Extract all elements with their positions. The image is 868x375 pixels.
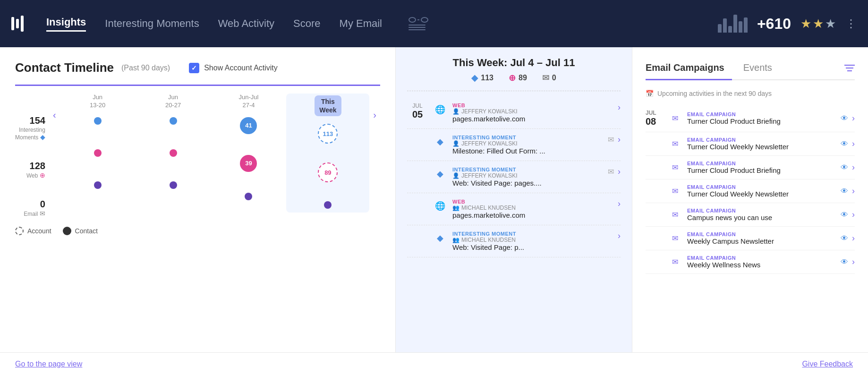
campaign-item: ✉ EMAIL CAMPAIGN Campus news you can use… [646,203,855,227]
campaign-content: EMAIL CAMPAIGN Turner Cloud Weekly Newsl… [687,184,835,198]
nav-more-button[interactable]: ⋮ [845,17,857,30]
tab-events[interactable]: Events [743,59,780,80]
moment-icon: ◆ [437,169,443,179]
stat-value-interesting: 113 [481,74,494,82]
campaign-tabs: Email Campaigns Events [646,59,855,80]
detail-header: This Week: Jul 4 – Jul 11 ◆ 113 ⊕ 89 ✉ 0 [407,57,621,83]
campaign-content: EMAIL CAMPAIGN Weekly Wellness News [687,255,835,269]
email-campaigns-panel: Email Campaigns Events 📅 Upcoming activi… [632,47,868,352]
campaign-actions: 👁 › [841,162,855,172]
web-icon: 🌐 [435,201,445,211]
activity-mail-icon[interactable]: ✉ [608,167,614,176]
detail-stat-interesting: ◆ 113 [471,73,494,83]
activity-day: 05 [407,109,428,120]
activity-actions: ✉ › [608,135,621,145]
nav-tab-insights[interactable]: Insights [46,16,86,32]
detail-stat-web: ⊕ 89 [509,73,527,83]
calendar-icon: 📅 [646,90,654,97]
activity-item: JUL 05 🌐 WEB 👤 JEFFERY KOWALSKI pages.ma… [407,97,621,129]
timeline-weeks: Jun13-20 Jun20-27 [60,94,370,213]
activity-type-icon: ◆ [434,135,447,147]
legend-account: Account [15,227,51,235]
campaign-actions: 👁 › [841,113,855,123]
stat-icon-web: ⊕ [509,73,516,83]
y-label-email: 0 Email ✉ [15,199,45,217]
logo-bar-1 [11,17,14,30]
tab-email-campaigns[interactable]: Email Campaigns [646,59,732,80]
timeline-graph: 154 InterestingMoments ◆ 128 Web ⊕ 0 Ema… [15,85,380,217]
campaign-name: Turner Cloud Product Briefing [687,117,835,125]
moment-icon: ◆ [437,233,443,243]
campaign-content: EMAIL CAMPAIGN Weekly Campus Newsletter [687,231,835,245]
activity-item: ◆ INTERESTING MOMENT 👥 MICHAEL KNUDSEN W… [407,225,621,257]
activity-arrow-button[interactable]: › [618,199,621,209]
activity-actions: › [618,231,621,241]
activity-arrow-button[interactable]: › [618,102,621,112]
person-icon: 👤 [452,172,460,179]
page-view-link[interactable]: Go to the page view [15,360,82,368]
campaign-name: Turner Cloud Weekly Newsletter [687,190,835,198]
detail-stats: ◆ 113 ⊕ 89 ✉ 0 [407,73,621,83]
campaign-content: EMAIL CAMPAIGN Turner Cloud Product Brie… [687,111,835,125]
campaign-content: EMAIL CAMPAIGN Turner Cloud Weekly Newsl… [687,137,835,151]
campaign-eye-button[interactable]: 👁 [841,258,848,266]
detail-week-title: This Week: Jul 4 – Jul 11 [407,57,621,69]
week-col-active: ThisWeek 113 89 [286,94,369,213]
week-label-1: Jun13-20 [90,94,105,110]
activity-mail-icon[interactable]: ✉ [608,135,614,144]
activity-desc: pages.marketolive.com [452,115,612,123]
campaign-eye-button[interactable]: 👁 [841,114,848,123]
campaign-arrow-button[interactable]: › [852,113,855,123]
campaign-eye-button[interactable]: 👁 [841,234,848,243]
show-account-row: ✓ Show Account Activity [189,63,278,73]
campaign-arrow-button[interactable]: › [852,233,855,243]
timeline-next-button[interactable]: › [369,108,380,122]
bottom-bar: Go to the page view Give Feedback [0,352,868,375]
campaign-eye-button[interactable]: 👁 [841,187,848,196]
show-account-checkbox[interactable]: ✓ [189,63,199,73]
activity-arrow-button[interactable]: › [618,167,621,177]
activity-type-label: INTERESTING MOMENT [452,135,602,140]
nav-tab-interesting-moments[interactable]: Interesting Moments [105,17,199,30]
week-dots-active: 113 89 [318,124,338,209]
campaign-name: Turner Cloud Product Briefing [687,166,835,174]
activity-type-icon: 🌐 [434,199,447,211]
nav-tab-score[interactable]: Score [293,17,320,30]
filter-icon[interactable] [844,64,855,75]
person-name: JEFFERY KOWALSKI [461,172,517,179]
campaign-arrow-button[interactable]: › [852,186,855,196]
campaign-item: ✉ EMAIL CAMPAIGN Turner Cloud Product Br… [646,156,855,179]
campaign-arrow-button[interactable]: › [852,257,855,267]
campaign-eye-button[interactable]: 👁 [841,140,848,148]
campaign-eye-button[interactable]: 👁 [841,163,848,172]
web-icon: 🌐 [435,104,445,115]
timeline-prev-button[interactable]: ‹ [49,108,60,122]
y-num-web: 128 [15,161,45,171]
campaign-type-label: EMAIL CAMPAIGN [687,255,835,261]
campaign-arrow-button[interactable]: › [852,210,855,220]
campaign-actions: 👁 › [841,257,855,267]
campaign-arrow-button[interactable]: › [852,162,855,172]
campaign-mail-icon: ✉ [672,187,681,196]
activity-actions: › [618,199,621,209]
activity-month: JUL [407,102,428,109]
activity-arrow-button[interactable]: › [618,231,621,241]
legend-account-label: Account [27,227,51,235]
nav-tab-web-activity[interactable]: Web Activity [218,17,274,30]
upcoming-label: 📅 Upcoming activities in the next 90 day… [646,90,855,97]
campaign-mail-icon: ✉ [672,234,681,243]
activity-type-label: INTERESTING MOMENT [452,231,612,237]
dot-web-1 [94,149,102,157]
activity-arrow-button[interactable]: › [618,135,621,145]
person-name: JEFFERY KOWALSKI [461,108,517,115]
activity-actions: › [618,102,621,112]
timeline-header: Contact Timeline (Past 90 days) ✓ Show A… [15,60,380,75]
campaign-arrow-button[interactable]: › [852,139,855,149]
logo-bar-3 [21,16,24,32]
activity-type-icon: 🌐 [434,102,447,115]
feedback-link[interactable]: Give Feedback [802,360,853,368]
nav-stars: ★ ★ ★ [800,17,836,31]
activity-content: WEB 👤 JEFFERY KOWALSKI pages.marketolive… [452,102,612,123]
nav-tab-my-email[interactable]: My Email [340,17,382,30]
campaign-eye-button[interactable]: 👁 [841,211,848,219]
